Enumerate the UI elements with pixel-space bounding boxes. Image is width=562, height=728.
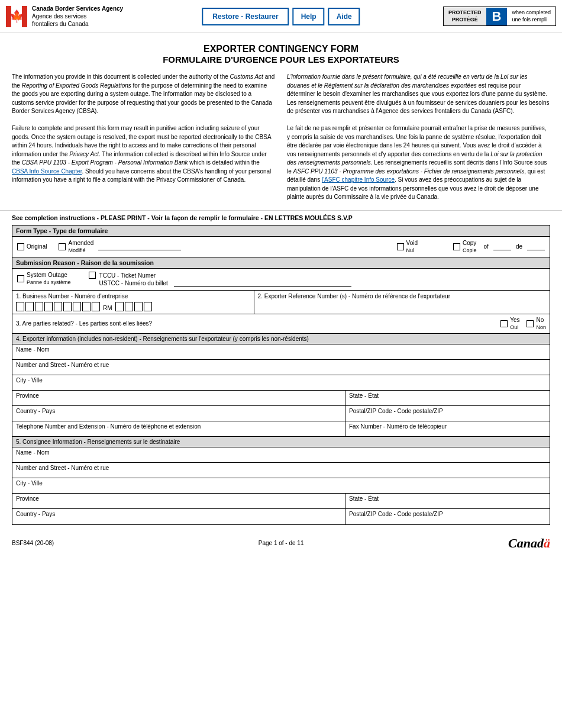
bn-box-10[interactable] [115, 302, 124, 311]
business-number-row: 1. Business Number - Numéro d'entreprise… [12, 291, 550, 314]
s4-province-cell: Province [12, 391, 345, 405]
s5-postal-label: Postal/ZIP Code - Code postale/ZIP [349, 511, 443, 517]
agency-name-en: Canada Border Services Agency [32, 5, 123, 12]
intro-en-p2: Failure to complete and present this for… [12, 124, 275, 185]
submission-row: System Outage Panne du système TCCU - Ti… [12, 269, 550, 291]
void-checkbox[interactable] [397, 243, 404, 250]
agency-logo: 🍁 Canada Border Services Agency Agence d… [6, 5, 123, 28]
bn-box-8[interactable] [82, 302, 91, 311]
submission-reason-header: Submission Reason - Raison de la soumiss… [12, 257, 550, 269]
no-label-en: No [536, 317, 544, 323]
form-type-void-group: Void Nul [397, 240, 418, 254]
s5-street-row: Number and Street - Numéro et rue [12, 463, 550, 478]
checkbox-original: Original [17, 243, 47, 250]
system-outage-checkbox[interactable] [17, 275, 24, 282]
section4-header: 4. Exporter information (includes non-re… [12, 334, 550, 344]
s4-postal-label: Postal/ZIP Code - Code postale/ZIP [349, 408, 443, 414]
original-checkbox[interactable] [17, 243, 24, 250]
rm-label: RM [103, 305, 112, 311]
checkbox-system-outage: System Outage Panne du système [17, 272, 71, 286]
bn-box-2[interactable] [25, 302, 34, 311]
no-checkbox[interactable] [527, 320, 534, 327]
s5-name-row: Name - Nom [12, 447, 550, 463]
protected-badge: PROTECTEDPROTÉGÉ B when completedune foi… [443, 7, 556, 26]
when-completed-label: when completedune fois rempli [507, 7, 555, 25]
business-number-boxes: RM [16, 302, 250, 311]
bn-box-5[interactable] [54, 302, 62, 311]
copy-checkbox[interactable] [453, 243, 460, 250]
s5-country-postal-row: Country - Pays Postal/ZIP Code - Code po… [12, 509, 550, 524]
amended-label-en: Amended [68, 240, 93, 246]
s5-city-label: City - Ville [16, 480, 43, 487]
help-button[interactable]: Help [293, 8, 325, 25]
s5-street-label: Number and Street - Numéro et rue [16, 465, 109, 471]
form-type-copy-group: Copy Copie of de [453, 240, 545, 254]
s4-fax-label: Fax Number - Numéro de télécopieur [349, 423, 447, 430]
aide-button[interactable]: Aide [328, 8, 360, 25]
s5-province-state-row: Province State - État [12, 494, 550, 509]
s5-city-row: City - Ville [12, 478, 550, 494]
yes-no-group: Yes Oui No Non [500, 317, 546, 331]
intro-en-p1: The information you provide in this docu… [12, 73, 275, 116]
classification-b: B [486, 8, 508, 25]
of-label: of [484, 243, 489, 250]
asfc-info-link[interactable]: l'ASFC chapitre Info Source [322, 176, 395, 183]
business-number-label: 1. Business Number - Numéro d'entreprise [16, 293, 250, 299]
tccu-fr: USTCC - Numéro du billet [99, 280, 168, 286]
bn-box-13[interactable] [144, 302, 152, 311]
bn-box-9[interactable] [92, 302, 100, 311]
form-type-row: Original Amended Modifié Void Nul Copy C… [12, 237, 550, 257]
void-label-fr: Nul [406, 247, 415, 253]
bn-box-4[interactable] [44, 302, 53, 311]
section5-header: 5. Consignee Information - Renseignement… [12, 437, 550, 447]
s5-province-cell: Province [12, 494, 345, 508]
bn-box-11[interactable] [125, 302, 133, 311]
s5-state-cell: State - État [345, 494, 550, 508]
s4-tel-fax-row: Telephone Number and Extension - Numéro … [12, 421, 550, 437]
s4-street-label: Number and Street - Numéro et rue [16, 362, 109, 368]
intro-col-fr: L'information fournie dans le présent fo… [287, 73, 550, 202]
form-title-en: EXPORTER CONTINGENCY FORM [12, 44, 550, 54]
tccu-input[interactable] [174, 278, 351, 287]
bn-box-7[interactable] [73, 302, 81, 311]
s5-postal-cell: Postal/ZIP Code - Code postale/ZIP [345, 509, 550, 524]
form-area: Form Type - Type de formulaire Original … [12, 225, 550, 525]
restore-button[interactable]: Restore - Restaurer [202, 8, 289, 25]
tccu-checkbox[interactable] [89, 272, 96, 279]
s5-province-label: Province [16, 495, 39, 502]
bn-box-3[interactable] [35, 302, 43, 311]
yes-checkbox[interactable] [500, 320, 508, 327]
page-indicator: Page 1 of - de 11 [259, 540, 304, 546]
s4-country-postal-row: Country - Pays Postal/ZIP Code - Code po… [12, 406, 550, 421]
bn-box-1[interactable] [16, 302, 24, 311]
intro-section: The information you provide in this docu… [0, 73, 562, 210]
exporter-ref-cell: 2. Exporter Reference Number (s) - Numér… [254, 291, 550, 314]
s4-name-row: Name - Nom [12, 344, 550, 360]
exporter-ref-label: 2. Exporter Reference Number (s) - Numér… [258, 293, 546, 299]
system-outage-fr: Panne du système [27, 279, 71, 285]
de-label: de [516, 243, 522, 250]
form-title-fr: FORMULAIRE D'URGENCE POUR LES EXPORTATEU… [12, 54, 550, 65]
amended-label-fr: Modifié [68, 247, 85, 253]
s4-province-state-row: Province State - État [12, 391, 550, 406]
related-parties-row: 3. Are parties related? - Les parties so… [12, 314, 550, 334]
s4-city-label: City - Ville [16, 377, 43, 384]
amended-checkbox[interactable] [59, 243, 66, 250]
s4-name-label: Name - Nom [16, 346, 50, 353]
canada-wordmark: Canadä [508, 536, 550, 551]
void-label-en: Void [406, 240, 418, 246]
bn-box-6[interactable] [63, 302, 72, 311]
s4-postal-cell: Postal/ZIP Code - Code postale/ZIP [345, 406, 550, 421]
s5-country-cell: Country - Pays [12, 509, 345, 524]
checkbox-no: No Non [527, 317, 546, 331]
checkbox-amended: Amended Modifié [59, 240, 181, 254]
s5-name-label: Name - Nom [16, 449, 50, 456]
canada-dot: ä [544, 536, 550, 550]
s4-country-cell: Country - Pays [12, 406, 345, 421]
tccu-item: TCCU - Ticket Numer USTCC - Numéro du bi… [89, 272, 351, 287]
system-outage-en: System Outage [27, 272, 67, 278]
bn-box-12[interactable] [134, 302, 143, 311]
intro-fr-p2: Le fait de ne pas remplir et présenter c… [287, 124, 550, 202]
s4-country-label: Country - Pays [16, 408, 55, 414]
cbsa-info-link[interactable]: CBSA Info Source Chapter [12, 168, 82, 175]
